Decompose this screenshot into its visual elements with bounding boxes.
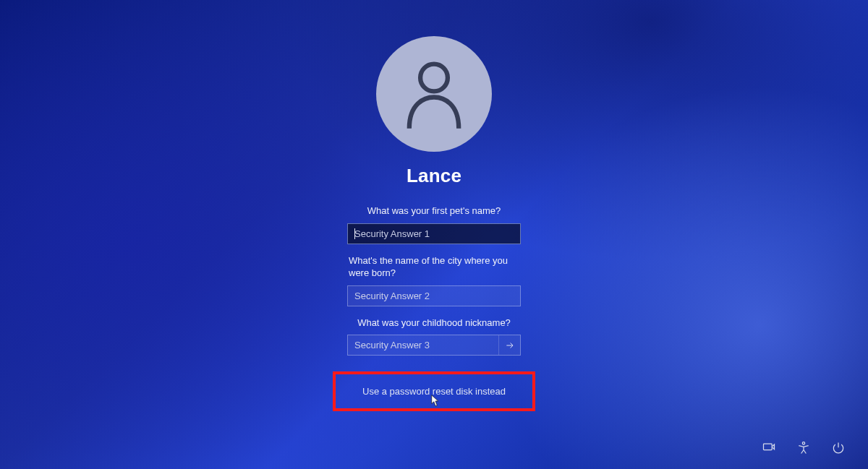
submit-button[interactable] bbox=[498, 335, 520, 355]
security-question-1-label: What was your first pet's name? bbox=[347, 205, 521, 218]
svg-point-0 bbox=[420, 64, 448, 92]
power-icon bbox=[831, 441, 846, 455]
security-answer-1-input[interactable] bbox=[348, 224, 520, 244]
security-answer-3-field[interactable] bbox=[347, 335, 521, 356]
user-placeholder-icon bbox=[401, 58, 467, 130]
user-avatar bbox=[376, 36, 492, 152]
security-question-3-label: What was your childhood nickname? bbox=[347, 317, 521, 330]
accessibility-button[interactable] bbox=[794, 439, 813, 457]
security-answer-2-input[interactable] bbox=[348, 286, 520, 306]
security-question-2-label: What's the name of the city where you we… bbox=[347, 254, 521, 280]
system-tray bbox=[760, 439, 848, 457]
security-question-3-block: What was your childhood nickname? bbox=[347, 317, 521, 356]
security-answer-2-field[interactable] bbox=[347, 285, 521, 306]
security-question-2-block: What's the name of the city where you we… bbox=[347, 254, 521, 306]
svg-rect-2 bbox=[764, 444, 773, 449]
power-button[interactable] bbox=[829, 439, 848, 457]
security-answer-1-field[interactable] bbox=[347, 223, 521, 244]
password-reset-disk-link[interactable]: Use a password reset disk instead bbox=[362, 386, 506, 397]
arrow-right-icon bbox=[505, 340, 515, 350]
svg-point-3 bbox=[802, 442, 804, 444]
network-button[interactable] bbox=[760, 439, 778, 457]
password-reset-disk-highlight: Use a password reset disk instead bbox=[333, 371, 535, 411]
network-icon bbox=[762, 441, 776, 455]
security-question-1-block: What was your first pet's name? bbox=[347, 205, 521, 244]
security-answer-3-input[interactable] bbox=[348, 335, 520, 355]
accessibility-icon bbox=[796, 441, 811, 455]
user-name: Lance bbox=[407, 165, 461, 187]
login-reset-panel: Lance What was your first pet's name? Wh… bbox=[260, 36, 608, 411]
